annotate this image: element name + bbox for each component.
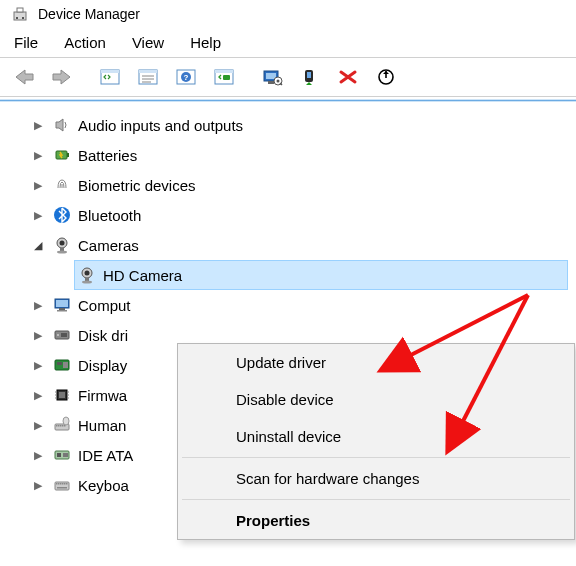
ctx-update-driver[interactable]: Update driver: [178, 344, 574, 381]
context-menu-separator: [182, 457, 570, 458]
svg-point-30: [60, 241, 65, 246]
svg-point-21: [277, 80, 280, 83]
back-button[interactable]: [6, 62, 42, 92]
chevron-right-icon[interactable]: ▶: [30, 450, 46, 461]
svg-rect-19: [268, 81, 274, 84]
tree-item-computer[interactable]: ▶ Comput: [30, 290, 568, 320]
forward-button[interactable]: [44, 62, 80, 92]
svg-rect-5: [101, 70, 119, 73]
speaker-icon: [52, 115, 72, 135]
svg-rect-57: [58, 425, 60, 427]
app-icon: [12, 6, 28, 22]
battery-icon: [52, 145, 72, 165]
svg-rect-7: [139, 70, 157, 73]
tree-item-hd-camera[interactable]: HD Camera: [74, 260, 568, 290]
svg-rect-1: [17, 8, 23, 12]
chevron-right-icon[interactable]: ▶: [30, 150, 46, 161]
tree-item-batteries[interactable]: ▶ Batteries: [30, 140, 568, 170]
disk-icon: [52, 325, 72, 345]
svg-rect-71: [66, 483, 68, 485]
chevron-right-icon[interactable]: ▶: [30, 120, 46, 131]
svg-rect-18: [266, 73, 276, 79]
svg-rect-38: [56, 300, 68, 307]
context-menu-separator: [182, 499, 570, 500]
chevron-right-icon[interactable]: ▶: [30, 360, 46, 371]
svg-rect-45: [57, 362, 62, 365]
titlebar: Device Manager: [0, 0, 576, 28]
tree-label: Display: [78, 357, 127, 374]
menu-help[interactable]: Help: [190, 34, 221, 51]
enable-device-button[interactable]: [292, 62, 328, 92]
tree-item-audio[interactable]: ▶ Audio inputs and outputs: [30, 110, 568, 140]
display-adapter-icon: [52, 355, 72, 375]
show-hide-console-button[interactable]: [92, 62, 128, 92]
svg-rect-67: [58, 483, 60, 485]
svg-rect-68: [60, 483, 62, 485]
uninstall-device-button[interactable]: [330, 62, 366, 92]
toolbar: ?: [0, 57, 576, 97]
camera-icon: [52, 235, 72, 255]
svg-rect-2: [16, 17, 18, 19]
svg-point-42: [57, 334, 59, 336]
chevron-right-icon[interactable]: ▶: [30, 390, 46, 401]
svg-rect-24: [307, 72, 311, 78]
svg-rect-59: [62, 425, 64, 427]
svg-rect-69: [62, 483, 64, 485]
ide-icon: [52, 445, 72, 465]
scan-hardware-button[interactable]: [206, 62, 242, 92]
help-button[interactable]: ?: [168, 62, 204, 92]
svg-point-32: [57, 251, 67, 254]
chevron-right-icon[interactable]: ▶: [30, 180, 46, 191]
tree-label: IDE ATA: [78, 447, 133, 464]
svg-rect-0: [14, 12, 26, 20]
disable-device-button[interactable]: [368, 62, 404, 92]
keyboard-icon: [52, 475, 72, 495]
chevron-right-icon[interactable]: ▶: [30, 420, 46, 431]
menu-view[interactable]: View: [132, 34, 164, 51]
menu-file[interactable]: File: [14, 34, 38, 51]
svg-rect-39: [59, 308, 65, 310]
svg-rect-46: [63, 362, 68, 368]
ctx-disable-device[interactable]: Disable device: [178, 381, 574, 418]
monitor-icon: [52, 295, 72, 315]
ctx-uninstall-device[interactable]: Uninstall device: [178, 418, 574, 455]
svg-point-36: [82, 281, 92, 284]
ctx-scan-hardware[interactable]: Scan for hardware changes: [178, 460, 574, 497]
tree-item-cameras[interactable]: ◢ Cameras: [30, 230, 568, 260]
svg-rect-40: [57, 310, 67, 312]
properties-button[interactable]: [130, 62, 166, 92]
svg-rect-64: [63, 453, 68, 457]
camera-icon: [77, 265, 97, 285]
svg-rect-63: [57, 453, 61, 457]
tree-item-biometric[interactable]: ▶ Biometric devices: [30, 170, 568, 200]
svg-rect-15: [215, 70, 233, 73]
chevron-right-icon[interactable]: ▶: [30, 210, 46, 221]
tree-label: Batteries: [78, 147, 137, 164]
menu-action[interactable]: Action: [64, 34, 106, 51]
chevron-down-icon[interactable]: ◢: [30, 240, 46, 251]
tree-item-bluetooth[interactable]: ▶ Bluetooth: [30, 200, 568, 230]
update-driver-button[interactable]: [254, 62, 290, 92]
svg-rect-70: [64, 483, 66, 485]
svg-rect-66: [56, 483, 58, 485]
chevron-right-icon[interactable]: ▶: [30, 300, 46, 311]
ctx-properties[interactable]: Properties: [178, 502, 574, 539]
chevron-right-icon[interactable]: ▶: [30, 330, 46, 341]
svg-rect-43: [61, 333, 67, 337]
menubar: File Action View Help: [0, 28, 576, 57]
svg-rect-16: [223, 75, 230, 80]
tree-label: HD Camera: [103, 267, 182, 284]
tree-label: Biometric devices: [78, 177, 196, 194]
svg-rect-58: [60, 425, 62, 427]
window-title: Device Manager: [38, 6, 140, 22]
svg-rect-27: [67, 153, 69, 157]
chip-icon: [52, 385, 72, 405]
chevron-right-icon[interactable]: ▶: [30, 480, 46, 491]
svg-rect-3: [22, 17, 24, 19]
svg-point-34: [85, 271, 90, 276]
svg-rect-48: [59, 392, 65, 398]
tree-label: Keyboa: [78, 477, 129, 494]
tree-label: Firmwa: [78, 387, 127, 404]
fingerprint-icon: [52, 175, 72, 195]
tree-label: Comput: [78, 297, 131, 314]
